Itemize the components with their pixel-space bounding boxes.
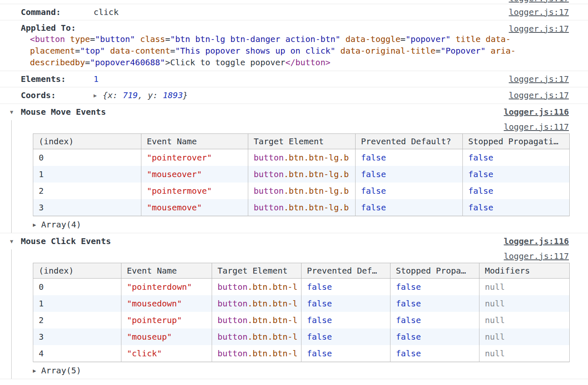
code-segment: = bbox=[165, 34, 170, 44]
source-link[interactable]: logger.js:17 bbox=[509, 0, 569, 3]
selector-tag: button bbox=[254, 202, 284, 212]
table-cell: button.btn.btn-l bbox=[212, 328, 301, 345]
code-segment: = bbox=[400, 34, 405, 44]
source-link[interactable]: logger.js:117 bbox=[504, 251, 569, 261]
code-segment: </button> bbox=[285, 57, 330, 67]
table-cell: "pointerup" bbox=[121, 312, 212, 328]
table-cell: 1 bbox=[33, 295, 121, 312]
source-link[interactable]: logger.js:117 bbox=[504, 122, 569, 132]
column-header[interactable]: Prevented Def… bbox=[301, 263, 390, 279]
table-cell: null bbox=[479, 312, 570, 328]
table-row: 4"click"button.btn.btn-lfalsefalsenull bbox=[33, 345, 570, 362]
column-header[interactable]: Target Element bbox=[212, 263, 301, 279]
table-cell: 0 bbox=[33, 279, 121, 296]
table-cell: button.btn.btn-lg.b bbox=[248, 166, 356, 183]
array-summary-label: Array(5) bbox=[41, 365, 81, 375]
code-segment: = bbox=[85, 57, 90, 67]
code-segment: describedby bbox=[30, 57, 85, 67]
applied-to-label: Applied To: bbox=[21, 22, 94, 33]
collapse-triangle-icon[interactable]: ▼ bbox=[10, 107, 21, 117]
selector-classes: .btn.btn-l bbox=[247, 315, 297, 325]
table-cell: 0 bbox=[33, 149, 141, 166]
code-segment: data-original-title bbox=[341, 46, 436, 56]
html-code-block[interactable]: <button type="button" class="btn btn-lg … bbox=[21, 33, 569, 68]
column-header[interactable]: (index) bbox=[33, 134, 141, 149]
table-cell: false bbox=[356, 149, 463, 166]
code-segment bbox=[65, 34, 70, 44]
code-segment: "btn btn-lg btn-danger action-btn" bbox=[170, 34, 340, 44]
column-header[interactable]: Modifiers bbox=[479, 263, 570, 279]
code-segment: data-content bbox=[110, 46, 170, 56]
coords-label: Coords: bbox=[21, 90, 94, 100]
table-cell: false bbox=[390, 312, 479, 328]
collapse-triangle-icon[interactable]: ▼ bbox=[10, 237, 21, 247]
column-header[interactable]: Event Name bbox=[121, 263, 212, 279]
source-link[interactable]: logger.js:17 bbox=[509, 90, 569, 100]
table-cell: false bbox=[463, 199, 570, 216]
table-source-row: logger.js:117 bbox=[33, 250, 569, 263]
mouse-click-events-table: (index)Event NameTarget ElementPrevented… bbox=[33, 263, 570, 362]
code-segment bbox=[486, 46, 491, 56]
source-link[interactable]: logger.js:116 bbox=[504, 236, 569, 246]
elements-label: Elements: bbox=[21, 74, 94, 84]
source-link[interactable]: logger.js:116 bbox=[504, 107, 569, 117]
table-cell: 3 bbox=[33, 328, 121, 345]
table-cell: false bbox=[301, 328, 390, 345]
selector-tag: button bbox=[254, 153, 284, 163]
code-segment: "This popover shows up on click" bbox=[175, 46, 335, 56]
group-title: Mouse Click Events bbox=[21, 236, 111, 246]
code-segment: = bbox=[170, 46, 175, 56]
table-cell: false bbox=[356, 183, 463, 199]
table-row: 0"pointerdown"button.btn.btn-lfalsefalse… bbox=[33, 279, 570, 296]
table-cell: false bbox=[390, 295, 479, 312]
table-cell: 2 bbox=[33, 183, 141, 199]
table-cell: null bbox=[479, 345, 570, 362]
object-preview-segment: 719 bbox=[123, 90, 138, 100]
console-row-coords: Coords:▶{x: 719, y: 1893} logger.js:17 bbox=[0, 87, 588, 104]
column-header[interactable]: Event Name bbox=[141, 134, 248, 149]
console-group-header-mouse-move[interactable]: ▼Mouse Move Events logger.js:116 bbox=[0, 104, 588, 120]
code-segment: data-toggle bbox=[346, 34, 400, 44]
coords-object-preview[interactable]: {x: 719, y: 1893} bbox=[103, 90, 188, 100]
table-cell: false bbox=[301, 345, 390, 362]
column-header[interactable]: Stopped Propagati… bbox=[463, 134, 570, 149]
expand-triangle-icon[interactable]: ▶ bbox=[33, 365, 41, 377]
selector-tag: button bbox=[217, 299, 247, 308]
code-segment: placement bbox=[30, 46, 75, 56]
table-source-row: logger.js:117 bbox=[33, 121, 569, 133]
array-summary[interactable]: ▶Array(4) bbox=[33, 219, 569, 230]
table-cell: 2 bbox=[33, 312, 121, 328]
column-header[interactable]: Stopped Propa… bbox=[390, 263, 479, 279]
selector-tag: button bbox=[217, 315, 247, 325]
expand-triangle-icon[interactable]: ▶ bbox=[94, 91, 103, 101]
column-header[interactable]: Prevented Default? bbox=[356, 134, 463, 149]
source-link[interactable]: logger.js:17 bbox=[509, 74, 569, 84]
console-group-body-mouse-move: logger.js:117 (index)Event NameTarget El… bbox=[11, 120, 588, 233]
code-segment: Click to toggle popover bbox=[170, 57, 285, 67]
table-row: 1"mouseover"button.btn.btn-lg.bfalsefals… bbox=[33, 166, 570, 183]
console-row-elements: Elements:1 logger.js:17 bbox=[0, 71, 588, 87]
table-cell: false bbox=[390, 328, 479, 345]
table-row: 0"pointerover"button.btn.btn-lg.bfalsefa… bbox=[33, 149, 570, 166]
table-cell: false bbox=[463, 183, 570, 199]
console-group-header-mouse-click[interactable]: ▼Mouse Click Events logger.js:116 bbox=[0, 233, 588, 249]
selector-classes: .btn.btn-l bbox=[247, 332, 297, 342]
table-cell: null bbox=[479, 295, 570, 312]
table-row: 3"mouseup"button.btn.btn-lfalsefalsenull bbox=[33, 328, 570, 345]
object-preview-segment: {x: bbox=[103, 90, 123, 100]
table-row: 2"pointerup"button.btn.btn-lfalsefalsenu… bbox=[33, 312, 570, 328]
table-cell: "pointerdown" bbox=[121, 279, 212, 296]
column-header[interactable]: (index) bbox=[33, 263, 121, 279]
code-segment: title bbox=[456, 34, 481, 44]
source-link[interactable]: logger.js:17 bbox=[509, 23, 569, 34]
code-line: placement="top" data-content="This popov… bbox=[30, 45, 569, 57]
code-segment: "Popover" bbox=[440, 46, 485, 56]
command-label: Command: bbox=[21, 7, 94, 17]
column-header[interactable]: Target Element bbox=[248, 134, 356, 149]
selector-classes: .btn.btn-lg.b bbox=[284, 153, 349, 163]
array-summary[interactable]: ▶Array(5) bbox=[33, 365, 569, 376]
expand-triangle-icon[interactable]: ▶ bbox=[33, 219, 41, 231]
table-cell: "mouseover" bbox=[141, 166, 248, 183]
source-link[interactable]: logger.js:17 bbox=[509, 7, 569, 17]
code-segment bbox=[481, 34, 486, 44]
